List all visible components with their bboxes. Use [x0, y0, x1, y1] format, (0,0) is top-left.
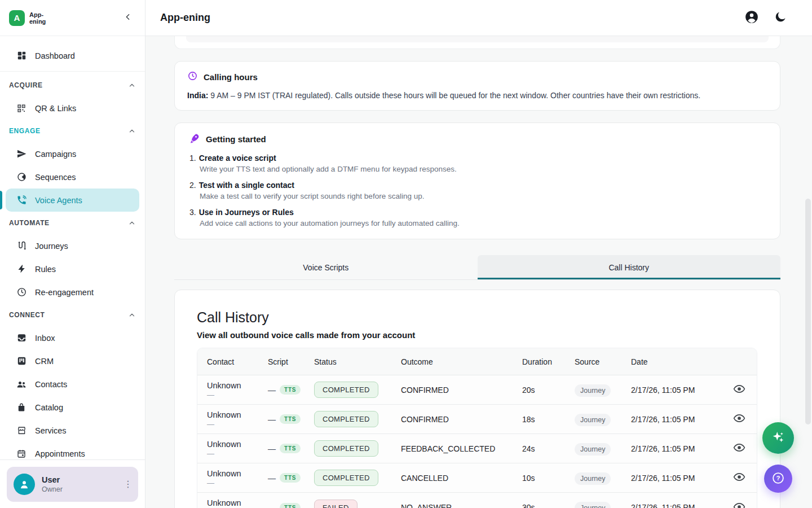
calling-hours-body: India: 9 AM – 9 PM IST (TRAI regulated).…	[187, 91, 767, 100]
sidebar-item-rules[interactable]: Rules	[6, 257, 139, 281]
date-cell: 2/17/26, 11:05 PM	[631, 444, 721, 453]
sidebar-item-qr-links[interactable]: QR & Links	[6, 97, 139, 120]
moon-icon	[774, 10, 787, 25]
status-badge: COMPLETED	[314, 411, 378, 427]
sidebar-item-re-engagement[interactable]: Re-engagement	[6, 281, 139, 304]
sidebar-item-label: Voice Agents	[35, 196, 82, 205]
scrolled-card-bottom	[174, 36, 780, 49]
chevron-up-icon	[128, 219, 136, 227]
sidebar-item-crm[interactable]: CRM	[6, 349, 139, 373]
account-button[interactable]	[744, 10, 759, 26]
more-vertical-icon: ⋮	[123, 479, 133, 489]
tts-badge: TTS	[280, 503, 301, 508]
calling-hours-card: Calling hours India: 9 AM – 9 PM IST (TR…	[174, 61, 780, 111]
user-menu-button[interactable]: ⋮	[123, 480, 133, 489]
sidebar-item-label: Catalog	[35, 403, 63, 412]
sidebar-item-campaigns[interactable]: Campaigns	[6, 142, 139, 165]
svg-text:?: ?	[776, 475, 780, 481]
user-card[interactable]: User Owner ⋮	[7, 467, 138, 502]
sidebar-item-appointments[interactable]: Appointments	[6, 442, 139, 459]
duration-cell: 18s	[522, 415, 575, 424]
bag-icon	[16, 402, 27, 413]
section-header-engage[interactable]: ENGAGE	[0, 120, 145, 142]
sidebar-item-contacts[interactable]: Contacts	[6, 373, 139, 396]
user-avatar	[14, 474, 35, 495]
sidebar-item-label: Rules	[35, 265, 56, 274]
kanban-icon	[16, 356, 27, 367]
sidebar-item-sequences[interactable]: Sequences	[6, 165, 139, 189]
getting-started-step: 3.Use in Journeys or Rules Add voice cal…	[189, 208, 767, 227]
view-call-button[interactable]	[733, 471, 745, 485]
tab-bar: Voice Scripts Call History	[174, 255, 780, 280]
section-header-acquire[interactable]: ACQUIRE	[0, 74, 145, 97]
sidebar: A App- ening Dashboard ACQUIRE	[0, 0, 145, 508]
eye-icon	[733, 471, 745, 485]
outcome-cell: CANCELLED	[401, 474, 522, 483]
sidebar-item-inbox[interactable]: Inbox	[6, 326, 139, 349]
sidebar-header: A App- ening	[0, 0, 145, 36]
sidebar-item-journeys[interactable]: Journeys	[6, 234, 139, 257]
chevron-up-icon	[128, 311, 136, 319]
sidebar-collapse-button[interactable]	[121, 11, 135, 25]
chevron-up-icon	[128, 127, 136, 135]
status-badge: COMPLETED	[314, 382, 378, 398]
help-button[interactable]: ?	[764, 465, 792, 493]
storefront-icon	[16, 425, 27, 436]
date-cell: 2/17/26, 11:05 PM	[631, 415, 721, 424]
date-cell: 2/17/26, 11:05 PM	[631, 386, 721, 395]
app-logo-letter: A	[14, 13, 20, 23]
eye-icon	[733, 412, 745, 426]
top-bar: App-ening	[145, 0, 812, 36]
outcome-cell: FEEDBACK_COLLECTED	[401, 444, 522, 453]
sidebar-item-catalog[interactable]: Catalog	[6, 396, 139, 419]
table-header: Contact Script Status Outcome Duration S…	[197, 348, 757, 375]
clock-icon	[16, 287, 27, 298]
table-row: Unknown— —TTS FAILED NO_ANSWER 30s Journ…	[197, 493, 757, 508]
person-circle-icon	[744, 10, 759, 26]
sidebar-item-label: Re-engagement	[35, 288, 94, 297]
app-logo-text: App- ening	[29, 11, 46, 25]
view-call-button[interactable]	[733, 501, 745, 508]
date-cell: 2/17/26, 11:05 PM	[631, 474, 721, 483]
scrollbar-thumb[interactable]	[805, 199, 811, 424]
sequences-icon	[16, 172, 27, 183]
duration-cell: 24s	[522, 444, 575, 453]
source-badge: Journey	[575, 472, 611, 485]
calendar-icon	[16, 448, 27, 459]
dashboard-icon	[16, 50, 27, 62]
tab-call-history[interactable]: Call History	[478, 255, 781, 279]
sidebar-item-dashboard[interactable]: Dashboard	[6, 44, 139, 67]
qr-code-icon	[16, 103, 27, 114]
outcome-cell: CONFIRMED	[401, 415, 522, 424]
dark-mode-toggle[interactable]	[774, 10, 787, 25]
view-call-button[interactable]	[733, 383, 745, 397]
source-badge: Journey	[575, 443, 611, 456]
view-call-button[interactable]	[733, 441, 745, 456]
bolt-icon	[16, 264, 27, 275]
table-row: Unknown— —TTS COMPLETED FEEDBACK_COLLECT…	[197, 434, 757, 463]
ai-assistant-button[interactable]	[762, 422, 794, 454]
duration-cell: 10s	[522, 474, 575, 483]
outcome-cell: CONFIRMED	[401, 386, 522, 395]
tts-badge: TTS	[280, 473, 301, 483]
call-history-title: Call History	[197, 309, 757, 326]
user-role: Owner	[42, 485, 63, 493]
tab-voice-scripts[interactable]: Voice Scripts	[174, 255, 478, 279]
view-call-button[interactable]	[733, 412, 745, 426]
tts-badge: TTS	[280, 414, 301, 424]
inbox-icon	[16, 332, 27, 344]
section-header-automate[interactable]: AUTOMATE	[0, 212, 145, 234]
status-badge: FAILED	[314, 500, 358, 508]
people-icon	[16, 379, 27, 390]
sidebar-item-voice-agents[interactable]: Voice Agents	[6, 189, 139, 212]
getting-started-card: Getting started 1.Create a voice script …	[174, 122, 780, 239]
eye-icon	[733, 383, 745, 397]
sidebar-item-label: Journeys	[35, 242, 68, 251]
section-header-connect[interactable]: CONNECT	[0, 304, 145, 326]
rocket-icon	[189, 133, 200, 146]
source-badge: Journey	[575, 502, 611, 508]
duration-cell: 30s	[522, 503, 575, 508]
sidebar-item-services[interactable]: Services	[6, 419, 139, 442]
tts-badge: TTS	[280, 444, 301, 453]
tts-badge: TTS	[280, 385, 301, 395]
